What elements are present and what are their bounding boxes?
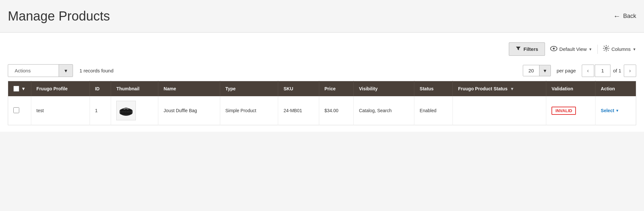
- th-visibility: Visibility: [353, 81, 414, 97]
- records-found: 1 records found: [79, 68, 113, 73]
- svg-point-1: [553, 48, 555, 50]
- prev-page-button[interactable]: ‹: [582, 65, 594, 77]
- cell-checkbox: [8, 96, 31, 125]
- cell-sku: 24-MB01: [278, 96, 319, 125]
- cell-visibility: Catalog, Search: [353, 96, 414, 125]
- row-checkbox[interactable]: [13, 107, 19, 113]
- th-action: Action: [595, 81, 636, 97]
- next-page-button[interactable]: ›: [624, 65, 636, 77]
- th-validation: Validation: [546, 81, 595, 97]
- per-page-value: 20: [523, 65, 539, 76]
- filter-icon: [516, 46, 521, 52]
- cell-action: Select ▼: [595, 96, 636, 125]
- pagination: ‹ of 1 ›: [582, 65, 636, 77]
- select-all-checkbox[interactable]: [13, 86, 19, 92]
- th-fruugo-profile: Fruugo Profile: [31, 81, 90, 97]
- actions-right: 20 ▼ per page ‹ of 1 ›: [523, 65, 636, 77]
- toolbar-top: Filters Default View ▼: [8, 39, 636, 61]
- columns-button[interactable]: Columns ▼: [603, 45, 636, 53]
- select-label: Select: [601, 108, 614, 113]
- validation-badge: INVALID: [551, 107, 576, 115]
- cell-status: Enabled: [414, 96, 453, 125]
- per-page-label: per page: [554, 68, 579, 73]
- per-page-dropdown-arrow[interactable]: ▼: [539, 65, 551, 76]
- product-thumbnail: [116, 101, 136, 120]
- th-thumbnail: Thumbnail: [111, 81, 158, 97]
- th-sku: SKU: [278, 81, 319, 97]
- select-dropdown-arrow-icon: ▼: [616, 109, 619, 113]
- th-name: Name: [158, 81, 220, 97]
- back-button[interactable]: ← Back: [613, 12, 636, 21]
- page-title: Manage Products: [8, 9, 110, 23]
- cell-fruugo-profile: test: [31, 96, 90, 125]
- select-action-button[interactable]: Select ▼: [601, 108, 631, 113]
- columns-label: Columns: [611, 46, 631, 52]
- columns-dropdown-arrow-icon: ▼: [633, 47, 636, 51]
- cell-thumbnail: [111, 96, 158, 125]
- cell-type: Simple Product: [220, 96, 278, 125]
- products-table: ▼ Fruugo Profile ID Thumbnail Name: [8, 81, 636, 125]
- svg-point-2: [605, 47, 607, 49]
- toolbar-separator: [597, 45, 598, 54]
- sort-arrow-icon[interactable]: ▼: [510, 86, 514, 91]
- svg-rect-6: [120, 110, 121, 113]
- svg-rect-7: [131, 110, 133, 113]
- th-status: Status: [414, 81, 453, 97]
- th-fruugo-product-status: Fruugo Product Status ▼: [453, 81, 546, 97]
- cell-id: 1: [90, 96, 111, 125]
- content-area: Filters Default View ▼: [0, 33, 644, 132]
- actions-left: Actions ▼ 1 records found: [8, 64, 113, 77]
- actions-row: Actions ▼ 1 records found 20 ▼ per page …: [8, 61, 636, 81]
- page-of-label: of 1: [611, 68, 623, 73]
- actions-dropdown[interactable]: Actions ▼: [8, 64, 73, 77]
- view-label: Default View: [559, 46, 587, 52]
- per-page-select[interactable]: 20 ▼: [523, 65, 551, 76]
- th-checkbox: ▼: [8, 81, 31, 97]
- actions-dropdown-arrow-button[interactable]: ▼: [59, 65, 73, 77]
- cell-price: $34.00: [319, 96, 353, 125]
- default-view-button[interactable]: Default View ▼: [550, 45, 592, 53]
- th-id: ID: [90, 81, 111, 97]
- view-dropdown-arrow-icon: ▼: [589, 47, 592, 51]
- page-number-input[interactable]: [595, 65, 610, 77]
- actions-label: Actions: [8, 65, 59, 77]
- eye-icon: [550, 45, 557, 53]
- cell-fruugo-product-status: [453, 96, 546, 125]
- gear-icon: [603, 45, 609, 53]
- per-page-arrow-icon: ▼: [543, 68, 547, 73]
- filters-label: Filters: [523, 46, 538, 52]
- back-arrow-icon: ←: [613, 12, 621, 21]
- th-type: Type: [220, 81, 278, 97]
- cell-name: Joust Duffle Bag: [158, 96, 220, 125]
- filters-button[interactable]: Filters: [509, 42, 545, 56]
- table-row: test 1: [8, 96, 636, 125]
- page-header: Manage Products ← Back: [0, 0, 644, 33]
- th-price: Price: [319, 81, 353, 97]
- table-header-row: ▼ Fruugo Profile ID Thumbnail Name: [8, 81, 636, 97]
- page-wrapper: Manage Products ← Back Filters: [0, 0, 644, 211]
- actions-arrow-icon: ▼: [64, 68, 68, 73]
- cell-validation: INVALID: [546, 96, 595, 125]
- back-label: Back: [623, 13, 636, 20]
- header-checkbox-arrow-icon[interactable]: ▼: [21, 86, 26, 91]
